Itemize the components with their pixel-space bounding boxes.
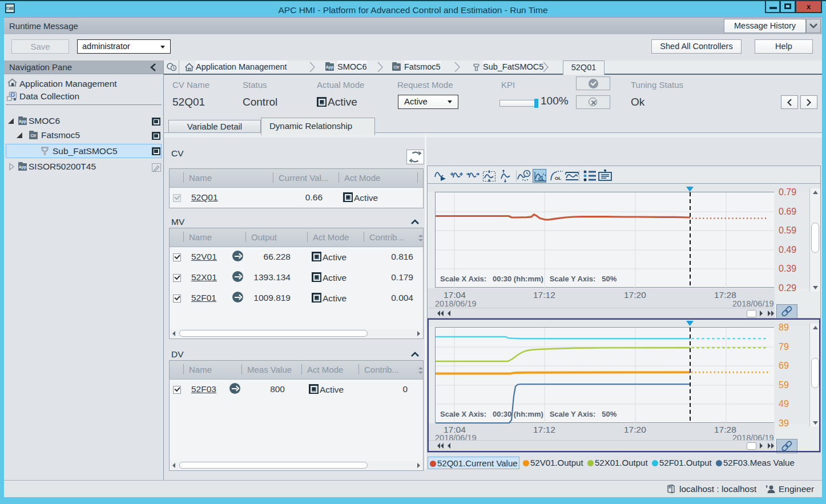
- svg-text:CL: CL: [538, 176, 545, 182]
- svg-text:OL: OL: [555, 176, 561, 181]
